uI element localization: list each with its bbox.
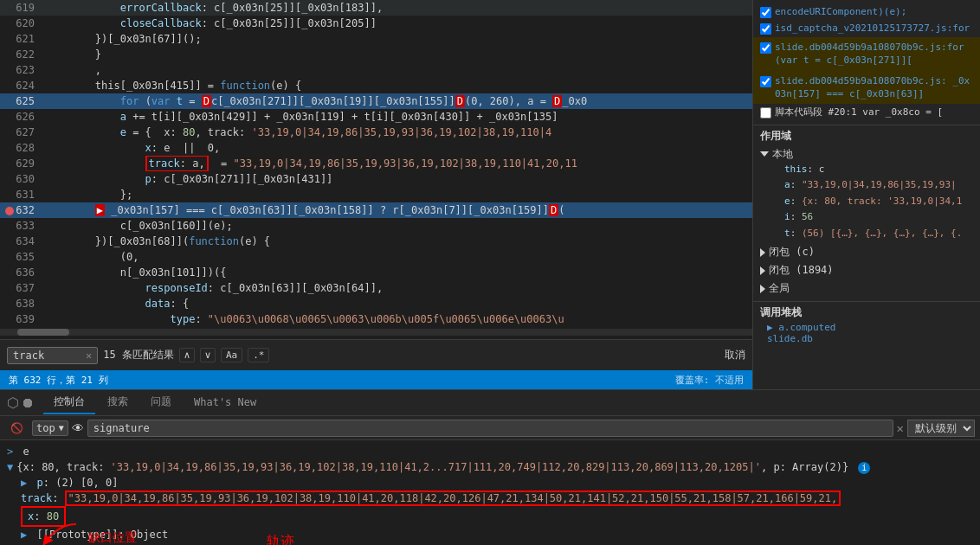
line-number-638: 638 <box>0 296 42 311</box>
scope-global-toggle[interactable]: 全局 <box>760 281 973 296</box>
scope-global-label: 全局 <box>769 281 790 296</box>
console-p-item[interactable]: ▶ p: (2) [0, 0] <box>7 475 973 490</box>
scope-local-label: 本地 <box>772 147 793 162</box>
horizontal-scrollbar[interactable] <box>0 329 752 336</box>
track-key: track <box>21 492 52 504</box>
code-line-632[interactable]: 632 ▶ _0x03n[157] === c[_0x03n[63]][_0x0… <box>0 202 752 218</box>
devtools-icon-inspect[interactable]: ⬡ <box>7 394 19 411</box>
info-icon: i <box>858 462 870 474</box>
console-prompt-arrow: > <box>7 446 13 458</box>
scope-closure-c-arrow <box>760 248 765 257</box>
scope-global: 全局 <box>753 279 980 298</box>
line-number-626: 626 <box>0 109 42 125</box>
code-line-635[interactable]: 635 (0, <box>0 249 752 265</box>
code-line-619[interactable]: 619 errorCallback: c[_0x03n[25]][_0x03n[… <box>0 0 752 16</box>
console-toolbar: 🚫 top ▼ 👁 ✕ 默认级别 <box>0 416 980 440</box>
code-line-620[interactable]: 620 closeCallback: c[_0x03n[25]][_0x03n[… <box>0 16 752 31</box>
search-input-wrap: ✕ <box>7 347 98 364</box>
console-track-item: track: "33,19,0|34,19,86|35,19,93|36,19,… <box>7 490 973 506</box>
scope-closure-c-label: 闭包 (c) <box>769 245 815 260</box>
line-content-619: errorCallback: c[_0x03n[25]][_0x03n[183]… <box>42 0 752 16</box>
top-dropdown-arrow: ▼ <box>59 423 64 433</box>
output-text: {x: 80, track: '33,19,0|34,19,86|35,19,9… <box>16 459 870 475</box>
p-expand-arrow[interactable]: ▶ <box>21 477 27 489</box>
console-output: > e ▼ {x: 80, track: '33,19,0|34,19,86|3… <box>0 440 980 545</box>
search-clear-button[interactable]: ✕ <box>86 349 92 362</box>
output-expand-v[interactable]: ▼ <box>7 459 13 475</box>
code-area[interactable]: 619 errorCallback: c[_0x03n[25]][_0x03n[… <box>0 0 752 339</box>
line-number-623: 623 <box>0 62 42 78</box>
code-line-627[interactable]: 627 e = { x: 80, track: '33,19,0|34,19,8… <box>0 125 752 140</box>
search-input[interactable] <box>13 349 82 362</box>
line-number-625: 625 <box>0 93 42 109</box>
scope-local-toggle[interactable]: 本地 <box>760 147 973 162</box>
scope-closure-c: 闭包 (c) <box>753 243 980 261</box>
search-case-button[interactable]: Aa <box>221 348 242 362</box>
console-prototype-item[interactable]: ▶ [[Prototype]]: Object <box>7 527 973 542</box>
breakpoint-checkbox-4[interactable] <box>760 107 771 119</box>
console-filter-input[interactable] <box>87 420 893 437</box>
code-line-624[interactable]: 624 this[_0x03n[415]] = function(e) { <box>0 78 752 93</box>
eye-icon[interactable]: 👁 <box>72 421 84 435</box>
p-key: p <box>36 477 42 489</box>
breakpoint-checkbox-2[interactable] <box>760 42 771 54</box>
tab-whatsnew[interactable]: What's New <box>184 393 267 414</box>
line-content-637: responseId: c[_0x03n[63]][_0x03n[64]], <box>42 280 752 296</box>
search-regex-button[interactable]: .* <box>248 348 269 362</box>
breakpoint-dot <box>5 207 14 215</box>
breakpoint-text-0: encodeURIComponent)(e); <box>775 5 906 18</box>
top-selector[interactable]: top ▼ <box>32 420 68 436</box>
code-line-625[interactable]: 625 for (var t = Dc[_0x03n[271]][_0x03n[… <box>0 93 752 109</box>
breakpoint-checkbox-0[interactable] <box>760 7 771 18</box>
code-line-636[interactable]: 636 n[_0x03n[101]])({ <box>0 265 752 280</box>
cursor-position: 第 632 行，第 21 列 <box>9 374 108 387</box>
breakpoint-checkbox-3[interactable] <box>760 76 771 87</box>
scope-title: 作用域 <box>753 125 980 145</box>
code-panel: 619 errorCallback: c[_0x03n[25]][_0x03n[… <box>0 0 753 389</box>
scope-item-a: a: "33,19,0|34,19,86|35,19,93| <box>770 177 973 194</box>
devtools-icons: ⬡ ⏺ <box>7 394 35 411</box>
filter-clear-icon[interactable]: ✕ <box>897 421 904 435</box>
breakpoint-text-3: slide.db004d59b9a108070b9c.js: _0x03n[15… <box>775 74 973 101</box>
code-line-639[interactable]: 639 type: "\u0063\u0068\u0065\u0063\u006… <box>0 311 752 327</box>
scrollbar-thumb[interactable] <box>17 329 69 336</box>
breakpoint-checkbox-1[interactable] <box>760 23 771 35</box>
callstack-item: ▶ a.computed <box>760 322 973 333</box>
scope-closure-c-toggle[interactable]: 闭包 (c) <box>760 245 973 260</box>
devtools-tabs: ⬡ ⏺ 控制台 搜索 问题 What's New <box>0 390 980 416</box>
search-cancel-button[interactable]: 取消 <box>725 348 745 362</box>
console-x-item: x: 80 <box>7 506 973 527</box>
tab-console[interactable]: 控制台 <box>43 391 95 414</box>
line-number-620: 620 <box>0 16 42 31</box>
code-line-630[interactable]: 630 p: c[_0x03n[271]][_0x03n[431]] <box>0 171 752 187</box>
search-prev-button[interactable]: ∧ <box>179 348 195 362</box>
code-line-623[interactable]: 623 , <box>0 62 752 78</box>
line-content-630: p: c[_0x03n[271]][_0x03n[431]] <box>42 171 752 187</box>
search-next-button[interactable]: ∨ <box>200 348 216 362</box>
code-line-631[interactable]: 631 }; <box>0 187 752 202</box>
devtools-icon-circle[interactable]: ⏺ <box>21 394 35 411</box>
code-line-621[interactable]: 621 })[_0x03n[67]](); <box>0 31 752 47</box>
prototype-expand-arrow[interactable]: ▶ <box>21 529 27 541</box>
code-line-626[interactable]: 626 a += t[i][_0x03n[429]] + _0x03n[119]… <box>0 109 752 125</box>
code-line-637[interactable]: 637 responseId: c[_0x03n[63]][_0x03n[64]… <box>0 280 752 296</box>
scope-closure-1894-toggle[interactable]: 闭包 (1894) <box>760 263 973 278</box>
breakpoint-item-0: encodeURIComponent)(e); <box>753 3 980 20</box>
tab-issues[interactable]: 问题 <box>140 391 182 414</box>
code-line-629[interactable]: 629 track: a, = "33,19,0|34,19,86|35,19,… <box>0 156 752 171</box>
code-line-622[interactable]: 622 } <box>0 47 752 62</box>
code-line-634[interactable]: 634 })[_0x03n[68]](function(e) { <box>0 234 752 249</box>
gap-label: 缺口位置 <box>88 530 137 545</box>
console-output-object[interactable]: ▼ {x: 80, track: '33,19,0|34,19,86|35,19… <box>7 459 973 475</box>
console-line-prompt: > e <box>7 444 973 459</box>
code-line-638[interactable]: 638 data: { <box>0 296 752 311</box>
line-content-624: this[_0x03n[415]] = function(e) { <box>42 78 752 93</box>
level-select[interactable]: 默认级别 <box>907 420 975 437</box>
code-line-633[interactable]: 633 c[_0x03n[160]](e); <box>0 218 752 234</box>
track-annotation: 轨迹 <box>267 533 294 545</box>
clear-console-button[interactable]: 🚫 <box>5 420 29 436</box>
line-number-637: 637 <box>0 280 42 296</box>
code-line-628[interactable]: 628 x: e || 0, <box>0 140 752 156</box>
breakpoints-section: encodeURIComponent)(e); isd_captcha_v202… <box>753 0 980 125</box>
tab-search[interactable]: 搜索 <box>97 391 139 414</box>
